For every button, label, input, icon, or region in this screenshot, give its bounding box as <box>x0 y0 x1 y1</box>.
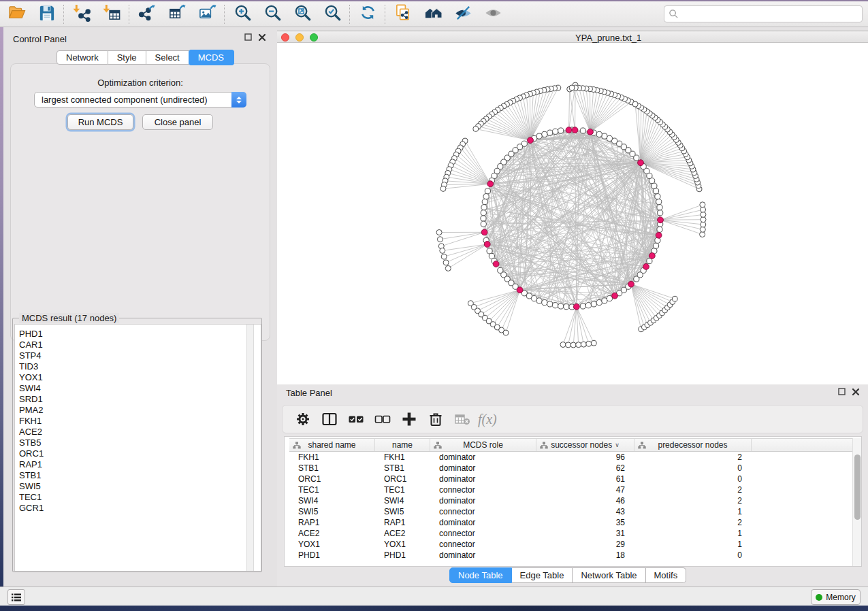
zoom-fit-button[interactable] <box>287 3 317 26</box>
mcds-result-group: MCDS result (17 nodes) PHD1CAR1STP4TID3Y… <box>12 318 262 572</box>
table-row[interactable]: FKH1FKH1dominator962 <box>289 452 852 463</box>
show-all-button[interactable] <box>478 3 508 26</box>
float-panel-icon[interactable] <box>244 33 253 42</box>
table-row[interactable]: TEC1TEC1connector472 <box>289 484 852 495</box>
table-settings-button[interactable] <box>289 408 316 431</box>
delete-column-button[interactable] <box>422 408 449 431</box>
column-header-predecessor-nodes[interactable]: predecessor nodes <box>634 439 752 451</box>
import-table-button[interactable] <box>97 3 127 26</box>
mcds-result-item[interactable]: SRD1 <box>19 394 261 405</box>
mcds-result-item[interactable]: GCR1 <box>19 503 261 514</box>
duplicate-network-button[interactable] <box>388 3 418 26</box>
zoom-out-button[interactable] <box>257 3 287 26</box>
export-image-icon <box>198 3 216 24</box>
save-session-icon <box>37 3 56 24</box>
cell-name: SWI4 <box>375 496 430 506</box>
mcds-result-item[interactable]: ACE2 <box>19 427 261 437</box>
mcds-result-item[interactable]: PHD1 <box>19 329 261 340</box>
window-close-button[interactable] <box>281 33 289 42</box>
column-header-MCDS-role[interactable]: MCDS role <box>430 439 536 451</box>
column-header-name[interactable]: name <box>375 439 430 451</box>
network-window-titlebar[interactable]: YPA_prune.txt_1 <box>277 31 868 43</box>
mcds-result-item[interactable]: STB5 <box>19 437 261 448</box>
cell-name: TEC1 <box>375 485 430 495</box>
table-toolbar: f(x) <box>282 405 863 433</box>
table-row[interactable]: YOX1YOX1connector291 <box>289 539 852 550</box>
mcds-result-item[interactable]: PMA2 <box>19 405 261 416</box>
window-minimize-button[interactable] <box>295 33 304 42</box>
refresh-layout-button[interactable] <box>353 3 383 26</box>
search-input[interactable] <box>664 5 863 22</box>
tab-network-table[interactable]: Network Table <box>573 567 645 583</box>
split-panel-icon <box>321 411 338 427</box>
zoom-in-button[interactable] <box>227 3 257 26</box>
table-scrollbar[interactable] <box>852 438 861 566</box>
mcds-result-item[interactable]: ORC1 <box>19 448 261 459</box>
cell-successor-nodes: 62 <box>536 463 634 473</box>
mcds-result-item[interactable]: CAR1 <box>19 340 261 350</box>
table-scrollbar-thumb[interactable] <box>854 455 861 520</box>
mcds-result-item[interactable]: SWI4 <box>19 383 261 394</box>
zoom-selected-button[interactable] <box>317 3 347 26</box>
window-zoom-button[interactable] <box>310 33 318 42</box>
table-row[interactable]: RAP1RAP1dominator352 <box>289 517 852 528</box>
close-panel-icon[interactable] <box>258 33 266 42</box>
column-header-shared-name[interactable]: shared name <box>289 439 375 451</box>
optimization-dropdown[interactable]: largest connected component (undirected) <box>34 92 246 108</box>
mcds-result-item[interactable]: STB1 <box>19 470 261 481</box>
run-mcds-button[interactable]: Run MCDS <box>67 114 133 130</box>
deselect-all-columns-icon <box>374 411 391 427</box>
import-network-button[interactable] <box>67 3 97 26</box>
network-canvas[interactable] <box>277 44 868 384</box>
add-column-button[interactable] <box>396 408 422 431</box>
float-table-panel-icon[interactable] <box>838 388 846 396</box>
table-row[interactable]: ORC1ORC1dominator610 <box>289 474 852 484</box>
mcds-result-item[interactable]: SWI5 <box>19 481 261 492</box>
export-image-button[interactable] <box>192 3 222 26</box>
export-network-button[interactable] <box>132 3 162 26</box>
table-row[interactable]: SWI4SWI4dominator462 <box>289 495 852 506</box>
tab-edge-table[interactable]: Edge Table <box>512 567 573 583</box>
delete-table-button <box>449 408 475 431</box>
table-row[interactable]: PHD1PHD1dominator180 <box>289 550 852 561</box>
column-header-successor-nodes[interactable]: successor nodes∨ <box>536 439 634 451</box>
select-all-columns-button[interactable] <box>342 408 369 431</box>
cell-successor-nodes: 43 <box>536 507 634 516</box>
hide-selected-icon <box>454 3 472 24</box>
mcds-result-item[interactable]: RAP1 <box>19 459 261 470</box>
table-row[interactable]: ACE2ACE2connector311 <box>289 528 852 539</box>
tab-node-table[interactable]: Node Table <box>449 567 512 583</box>
task-history-button[interactable] <box>7 589 25 605</box>
close-panel-button[interactable]: Close panel <box>142 114 213 130</box>
close-table-panel-icon[interactable] <box>852 388 860 396</box>
export-table-button[interactable] <box>162 3 192 26</box>
hide-selected-button[interactable] <box>448 3 478 26</box>
cytoscape-app: { "colors":{"accent_blue":"#3d9af5","hub… <box>0 0 868 611</box>
first-neighbors-icon <box>424 3 443 24</box>
mcds-result-item[interactable]: TID3 <box>19 361 261 372</box>
tab-style[interactable]: Style <box>108 50 146 65</box>
table-row[interactable]: STB1STB1dominator620 <box>289 463 852 474</box>
cell-shared-name: TEC1 <box>289 485 375 495</box>
table-row[interactable]: SWI5SWI5connector431 <box>289 506 852 517</box>
tab-mcds[interactable]: MCDS <box>189 50 234 65</box>
cell-successor-nodes: 18 <box>536 550 634 560</box>
tab-motifs[interactable]: Motifs <box>646 567 687 583</box>
first-neighbors-button[interactable] <box>418 3 448 26</box>
save-session-button[interactable] <box>31 3 61 26</box>
mcds-result-item[interactable]: FKH1 <box>19 416 261 427</box>
cell-shared-name: SWI4 <box>289 496 375 506</box>
open-file-button[interactable] <box>1 3 31 26</box>
memory-button[interactable]: Memory <box>811 589 861 605</box>
control-panel-tabs: NetworkStyleSelectMCDS <box>57 50 234 65</box>
tab-network[interactable]: Network <box>57 50 108 65</box>
mcds-result-scrollbar[interactable] <box>246 325 254 571</box>
mcds-result-item[interactable]: TEC1 <box>19 492 261 503</box>
tab-select[interactable]: Select <box>146 50 189 65</box>
mcds-result-item[interactable]: YOX1 <box>19 372 261 383</box>
mcds-result-item[interactable]: STP4 <box>19 350 261 361</box>
deselect-all-columns-button[interactable] <box>369 408 396 431</box>
column-header-filler <box>752 439 852 451</box>
cell-MCDS-role: connector <box>430 540 536 549</box>
split-panel-button[interactable] <box>316 408 342 431</box>
